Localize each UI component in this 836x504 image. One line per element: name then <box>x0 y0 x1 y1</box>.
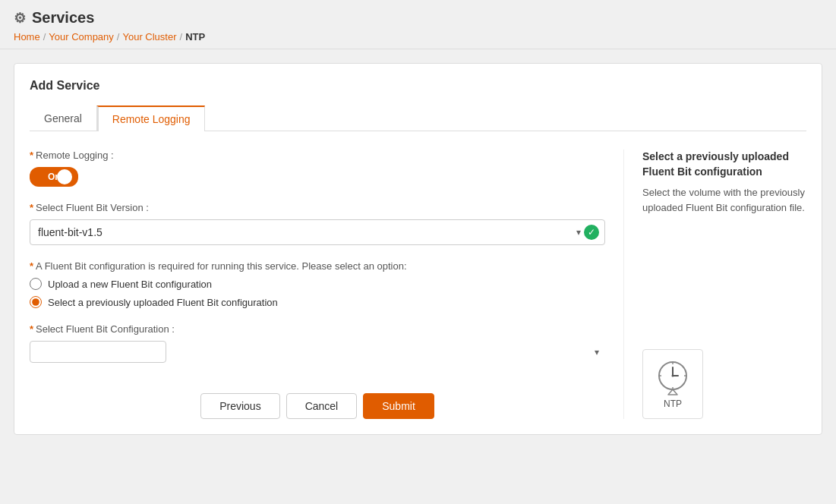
ntp-label: NTP <box>664 398 682 409</box>
fluent-bit-version-label: * Select Fluent Bit Version : <box>30 202 605 213</box>
clock-icon <box>655 359 691 395</box>
radio-select-existing-label: Select a previously uploaded Fluent Bit … <box>48 297 278 308</box>
tab-remote-logging[interactable]: Remote Logging <box>96 106 205 131</box>
submit-button[interactable]: Submit <box>363 393 434 419</box>
remote-logging-group: * Remote Logging : On <box>30 150 605 187</box>
breadcrumb-company[interactable]: Your Company <box>49 31 114 43</box>
tabs: General Remote Logging <box>30 105 806 131</box>
config-radio-group: Upload a new Fluent Bit configuration Se… <box>30 278 605 308</box>
form-footer: Previous Cancel Submit <box>30 381 605 419</box>
config-select-group: * Select Fluent Bit Configuration : ▾ <box>30 323 605 363</box>
ntp-icon-box: NTP <box>642 349 703 419</box>
gear-icon: ⚙ <box>14 10 26 27</box>
cancel-button[interactable]: Cancel <box>286 393 358 419</box>
breadcrumb-cluster[interactable]: Your Cluster <box>122 31 176 43</box>
radio-upload-new-label: Upload a new Fluent Bit configuration <box>48 279 212 290</box>
radio-upload-new-input[interactable] <box>30 278 42 290</box>
previous-button[interactable]: Previous <box>200 393 279 419</box>
config-required-group: * A Fluent Bit configuration is required… <box>30 260 605 308</box>
toggle-knob <box>57 169 72 184</box>
fluent-bit-version-select[interactable]: fluent-bit-v1.5 <box>30 219 605 245</box>
radio-upload-new[interactable]: Upload a new Fluent Bit configuration <box>30 278 605 290</box>
config-select-label: * Select Fluent Bit Configuration : <box>30 323 605 335</box>
page-title: ⚙ Services <box>14 9 822 27</box>
info-panel-description: Select the volume with the previously up… <box>642 185 806 215</box>
radio-select-existing-input[interactable] <box>30 296 42 308</box>
config-required-label: * A Fluent Bit configuration is required… <box>30 260 605 272</box>
breadcrumb-current: NTP <box>185 31 205 43</box>
config-chevron-down-icon: ▾ <box>595 347 599 358</box>
card-title: Add Service <box>30 79 806 93</box>
tab-general[interactable]: General <box>30 106 96 131</box>
breadcrumb-home[interactable]: Home <box>14 31 40 43</box>
radio-select-existing[interactable]: Select a previously uploaded Fluent Bit … <box>30 296 605 308</box>
svg-line-8 <box>668 389 673 395</box>
remote-logging-toggle[interactable]: On <box>30 167 78 187</box>
config-select-dropdown[interactable] <box>30 341 166 363</box>
info-panel-title: Select a previously uploaded Fluent Bit … <box>642 150 806 179</box>
remote-logging-label: * Remote Logging : <box>30 150 605 161</box>
fluent-bit-version-group: * Select Fluent Bit Version : fluent-bit… <box>30 202 605 245</box>
breadcrumb: Home / Your Company / Your Cluster / NTP <box>14 31 822 43</box>
svg-line-9 <box>673 389 677 395</box>
info-panel: Select a previously uploaded Fluent Bit … <box>642 150 806 337</box>
